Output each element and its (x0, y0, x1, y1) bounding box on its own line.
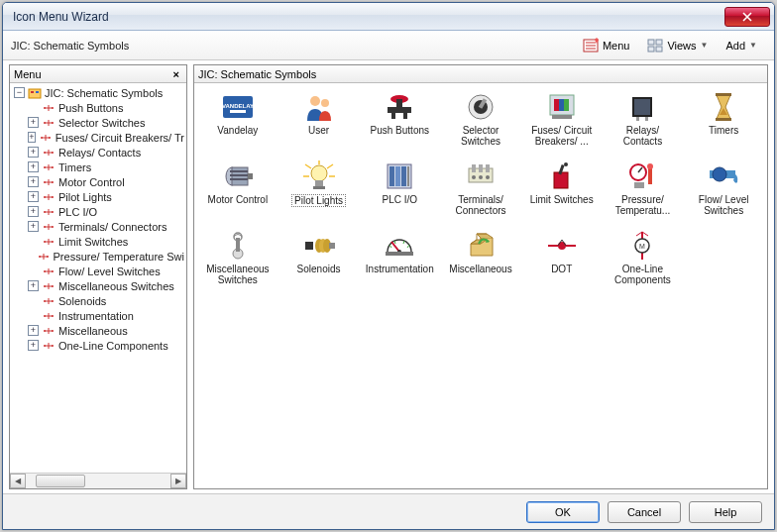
grid-item-label: Motor Control (208, 194, 269, 205)
scrollbar-horizontal[interactable]: ◀ ▶ (10, 473, 186, 488)
grid-item[interactable]: Solenoids (279, 228, 359, 293)
titlebar[interactable]: Icon Menu Wizard (3, 3, 774, 31)
toggle-spacer (28, 236, 39, 247)
grid-item[interactable]: Flow/ Level Switches (684, 159, 763, 224)
icon-grid: VANDELAYVandelayUserPush ButtonsSelector… (194, 83, 767, 488)
svg-rect-7 (36, 91, 39, 93)
expand-toggle[interactable]: + (28, 176, 39, 187)
tree-item[interactable]: +Fuses/ Circuit Breakers/ Tr (12, 130, 184, 145)
pushbutton-icon (382, 91, 417, 123)
ok-button[interactable]: OK (526, 501, 600, 523)
svg-rect-60 (634, 99, 650, 115)
tree-item[interactable]: +Selector Switches (12, 115, 184, 130)
menu-icon (583, 38, 599, 53)
svg-rect-92 (634, 182, 644, 188)
tree[interactable]: −JIC: Schematic SymbolsPush Buttons+Sele… (10, 83, 186, 473)
sidebar-panel: Menu × −JIC: Schematic SymbolsPush Butto… (9, 64, 187, 489)
tree-item-label: Solenoids (58, 295, 106, 307)
grid-item[interactable]: Pilot Lights (279, 159, 359, 224)
tree-item[interactable]: Limit Switches (12, 234, 184, 249)
svg-rect-78 (407, 166, 409, 186)
expand-toggle[interactable]: + (28, 117, 39, 128)
tree-root[interactable]: −JIC: Schematic Symbols (12, 85, 184, 100)
cancel-button[interactable]: Cancel (608, 501, 681, 523)
tree-item[interactable]: +PLC I/O (12, 204, 184, 219)
grid-item[interactable]: Miscellaneous Switches (198, 228, 278, 293)
svg-rect-56 (554, 99, 559, 111)
grid-item[interactable]: Terminals/ Connectors (441, 159, 520, 224)
grid-item[interactable]: Push Buttons (360, 89, 439, 155)
grid-item[interactable]: DOT (522, 228, 602, 293)
grid-item[interactable]: Selector Switches (441, 89, 520, 155)
grid-item[interactable]: Pressure/ Temperatu... (604, 159, 683, 224)
help-button[interactable]: Help (689, 501, 762, 523)
expand-toggle[interactable]: + (28, 147, 39, 158)
tree-item[interactable]: Flow/ Level Switches (12, 264, 184, 278)
schematic-icon (42, 325, 56, 337)
chevron-down-icon: ▼ (701, 41, 709, 50)
grid-item-label: Instrumentation (366, 264, 434, 274)
pressure-icon (624, 160, 660, 192)
schematic-icon (42, 340, 56, 352)
close-icon (742, 12, 752, 22)
tree-item[interactable]: +One-Line Components (12, 338, 184, 353)
toolbar: JIC: Schematic Symbols Menu Views ▼ Add … (3, 31, 774, 60)
grid-item-label: One-Line Components (607, 264, 678, 285)
expand-toggle[interactable]: + (28, 206, 39, 217)
scroll-left-button[interactable]: ◀ (10, 474, 26, 488)
tree-item[interactable]: Pressure/ Temperature Swi (12, 249, 184, 264)
tree-item[interactable]: +Miscellaneous (12, 323, 184, 338)
tree-item[interactable]: Instrumentation (12, 308, 184, 323)
flow-icon (706, 160, 741, 192)
grid-item[interactable]: VANDELAYVandelay (198, 89, 278, 155)
grid-item[interactable]: Instrumentation (360, 228, 439, 293)
grid-item[interactable]: MOne-Line Components (604, 228, 683, 293)
grid-item[interactable]: PLC I/O (360, 159, 439, 224)
tree-item[interactable]: Solenoids (12, 293, 184, 308)
grid-item[interactable]: User (279, 89, 359, 155)
expand-toggle[interactable]: + (28, 280, 39, 291)
grid-item[interactable]: Timers (684, 89, 763, 155)
expand-toggle[interactable]: + (28, 325, 39, 336)
scroll-thumb[interactable] (36, 475, 85, 487)
grid-item[interactable]: Limit Switches (522, 159, 602, 224)
grid-item[interactable]: Motor Control (198, 159, 278, 224)
grid-item[interactable]: Miscellaneous (441, 228, 520, 293)
grid-item-label: Push Buttons (371, 125, 429, 136)
scroll-right-button[interactable]: ▶ (170, 474, 186, 488)
expand-toggle[interactable]: + (28, 132, 36, 143)
tree-item[interactable]: Push Buttons (12, 100, 184, 115)
add-button[interactable]: Add ▼ (718, 35, 767, 56)
svg-rect-76 (395, 166, 400, 186)
grid-item-label: Selector Switches (445, 125, 516, 147)
svg-rect-51 (403, 113, 407, 119)
grid-item[interactable]: Relays/ Contacts (604, 89, 683, 155)
svg-point-71 (311, 165, 327, 181)
tree-item[interactable]: +Motor Control (12, 174, 184, 189)
tree-item[interactable]: +Timers (12, 160, 184, 174)
tree-item[interactable]: +Relays/ Contacts (12, 145, 184, 160)
grid-item[interactable]: Fuses/ Circuit Breakers/ ... (522, 89, 602, 155)
tree-item[interactable]: +Miscellaneous Switches (12, 278, 184, 293)
schematic-icon (42, 206, 56, 218)
toggle-spacer (28, 295, 39, 306)
expand-toggle[interactable]: + (28, 340, 39, 351)
views-button[interactable]: Views ▼ (638, 35, 717, 56)
views-button-label: Views (667, 40, 696, 52)
tree-item[interactable]: +Terminals/ Connectors (12, 219, 184, 234)
svg-rect-57 (559, 99, 564, 111)
grid-item-label: User (308, 125, 329, 136)
grid-item-label: Miscellaneous Switches (202, 264, 274, 285)
dot-icon (544, 230, 580, 262)
schematic-icon (42, 310, 56, 322)
expand-toggle[interactable]: + (28, 191, 39, 202)
scroll-track[interactable] (26, 474, 170, 488)
sidebar-close-button[interactable]: × (170, 68, 182, 80)
tree-item-label: Push Buttons (58, 102, 123, 114)
close-button[interactable] (724, 7, 770, 27)
expand-toggle[interactable]: + (28, 221, 39, 232)
expand-toggle[interactable]: + (28, 161, 39, 172)
menu-button[interactable]: Menu (574, 35, 639, 56)
tree-item[interactable]: +Pilot Lights (12, 189, 184, 204)
collapse-toggle[interactable]: − (14, 87, 25, 98)
